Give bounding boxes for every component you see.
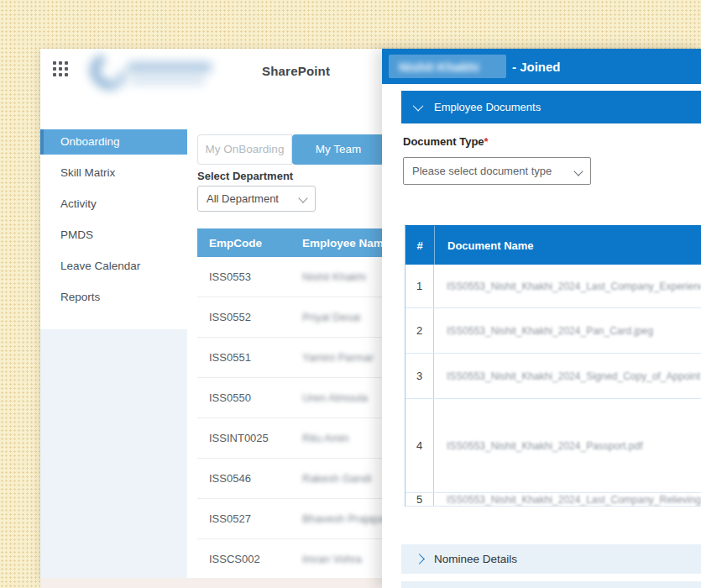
empcode-cell: ISS0551	[197, 351, 294, 364]
panel-title-bar: Nishit Khakhi - Joined	[382, 49, 701, 84]
chevron-right-icon	[414, 554, 425, 564]
doc-name-link[interactable]: ISS0553_Nishit_Khakhi_2024_Passport.pdf	[434, 399, 701, 492]
sidebar-item-reports[interactable]: Reports	[40, 285, 187, 310]
employee-name-cell: Uren Almoula	[294, 391, 368, 404]
sidebar-lower-panel	[40, 329, 187, 580]
sidebar-item-onboarding[interactable]: Onboarding	[40, 129, 187, 155]
document-row: 5 ISS0553_Nishit_Khakhi_2024_Last_Compan…	[405, 493, 701, 507]
chevron-down-icon	[298, 193, 307, 202]
doc-name-link[interactable]: ISS0553_Nishit_Khakhi_2024_Last_Company_…	[434, 493, 701, 506]
col-number: #	[405, 239, 434, 252]
sidebar-item-skill-matrix[interactable]: Skill Matrix	[40, 160, 187, 186]
col-document-name: Document Name	[434, 226, 701, 265]
employee-name-cell: Priyal Desai	[294, 311, 360, 323]
employee-name-cell: Ritu Amin	[294, 432, 349, 444]
sidebar-nav: Onboarding Skill Matrix Activity PMDS Le…	[40, 118, 187, 580]
empcode-cell: ISSINT0025	[197, 432, 294, 444]
empcode-cell: ISSCS002	[197, 553, 294, 565]
document-type-label: Document Type*	[403, 135, 489, 148]
department-dropdown[interactable]: All Department	[197, 186, 316, 212]
section-nominee-details[interactable]: Nominee Details	[401, 544, 701, 574]
app-launcher-waffle-icon[interactable]	[53, 61, 70, 78]
next-section-partial[interactable]	[401, 581, 701, 588]
doc-number: 5	[405, 493, 434, 506]
doc-name-link[interactable]: ISS0553_Nishit_Khakhi_2024_Signed_Copy_o…	[434, 354, 701, 398]
window-bottom-strip	[40, 578, 382, 588]
doc-number: 2	[405, 308, 434, 353]
section-label: Nominee Details	[434, 553, 517, 565]
employee-name-cell: Bhavesh Prajapati	[294, 512, 391, 525]
col-employee-name: Employee Name	[294, 237, 390, 249]
panel-title-status: - Joined	[512, 60, 561, 74]
section-label: Employee Documents	[434, 101, 541, 113]
required-marker: *	[484, 135, 489, 148]
doc-number: 1	[405, 265, 434, 307]
employee-name-cell: Yamini Parmar	[294, 351, 374, 364]
employee-detail-panel: Nishit Khakhi - Joined Employee Document…	[382, 49, 701, 588]
department-dropdown-value: All Department	[207, 192, 279, 205]
document-type-dropdown[interactable]: Please select document type	[403, 157, 591, 185]
col-empcode: EmpCode	[197, 237, 294, 249]
doc-name-link[interactable]: ISS0553_Nishit_Khakhi_2024_Pan_Card.jpeg	[434, 308, 701, 353]
tab-my-team[interactable]: My Team	[292, 134, 385, 165]
document-row: 3 ISS0553_Nishit_Khakhi_2024_Signed_Copy…	[405, 354, 701, 399]
tab-my-onboarding[interactable]: My OnBoarding	[197, 134, 292, 165]
employee-name-cell: Rakesh Gandi	[294, 472, 371, 485]
employee-name-cell: Nishit Khakhi	[294, 270, 366, 283]
doc-name-link[interactable]: ISS0553_Nishit_Khakhi_2024_Last_Company_…	[434, 265, 701, 307]
sidebar-item-activity[interactable]: Activity	[40, 192, 187, 217]
documents-table: # Document Name 1 ISS0553_Nishit_Khakhi_…	[405, 225, 701, 507]
employee-name: Nishit Khakhi	[399, 60, 479, 74]
sidebar-item-leave-calendar[interactable]: Leave Calendar	[40, 254, 187, 279]
sidebar-item-pmds[interactable]: PMDS	[40, 223, 187, 248]
onboarding-tabs: My OnBoarding My Team	[197, 134, 385, 165]
document-row: 1 ISS0553_Nishit_Khakhi_2024_Last_Compan…	[405, 265, 701, 308]
product-name: SharePoint	[262, 64, 330, 78]
empcode-cell: ISS0550	[197, 391, 294, 404]
doc-number: 4	[405, 399, 434, 492]
chevron-down-icon	[573, 166, 583, 176]
empcode-cell: ISS0527	[197, 512, 294, 525]
empcode-cell: ISS0553	[197, 270, 294, 283]
empcode-cell: ISS0546	[197, 472, 294, 485]
employee-name-chip: Nishit Khakhi	[389, 55, 506, 78]
section-employee-documents[interactable]: Employee Documents	[401, 91, 701, 123]
document-type-placeholder: Please select document type	[412, 165, 552, 177]
documents-table-header: # Document Name	[405, 226, 701, 265]
chevron-down-icon	[413, 101, 424, 112]
document-row: 2 ISS0553_Nishit_Khakhi_2024_Pan_Card.jp…	[405, 308, 701, 354]
company-logo[interactable]	[79, 50, 222, 94]
empcode-cell: ISS0552	[197, 311, 294, 323]
doc-number: 3	[405, 354, 434, 398]
document-row: 4 ISS0553_Nishit_Khakhi_2024_Passport.pd…	[405, 399, 701, 493]
select-department-label: Select Department	[197, 170, 293, 182]
employee-name-cell: Imran Vohra	[294, 553, 362, 565]
